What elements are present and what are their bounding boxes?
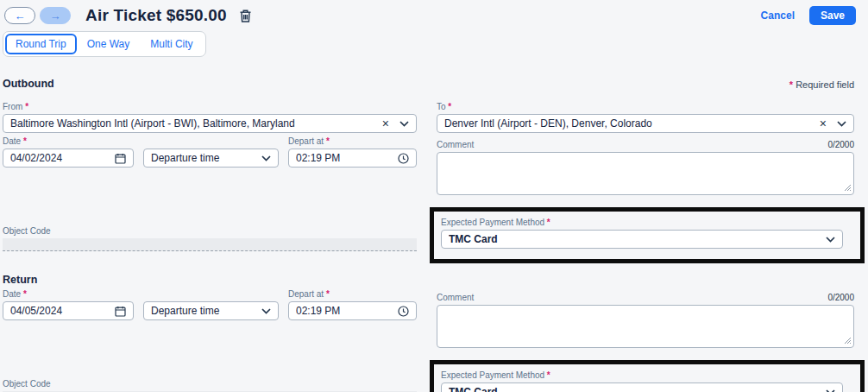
comment-counter: 0/2000 [827, 293, 854, 302]
save-button[interactable]: Save [809, 6, 856, 25]
clock-icon[interactable] [398, 153, 409, 164]
outbound-section-header: Outbound [3, 78, 417, 90]
outbound-payment-highlight-box: Expected Payment Method * TMC Card [430, 207, 865, 263]
to-field-group: To * × [437, 102, 854, 133]
comment-counter: 0/2000 [827, 140, 854, 149]
outbound-date-row: Date * Departure time [3, 136, 417, 168]
date-label: Date * [3, 289, 134, 299]
depart-at-label: Depart at * [288, 289, 417, 299]
required-asterisk: * [789, 79, 793, 90]
resize-grip-icon[interactable] [844, 337, 852, 345]
payment-value: TMC Card [449, 386, 826, 392]
return-time-type-select[interactable]: Departure time [143, 301, 279, 320]
trip-type-tabs: Round Trip One Way Multi City [3, 31, 206, 57]
from-field-group: From * × [3, 102, 417, 133]
return-comment-group: Comment 0/2000 [437, 293, 854, 348]
outbound-date-group: Date * [3, 136, 134, 168]
outbound-depart-at-group: Depart at * [288, 136, 417, 168]
chevron-down-icon[interactable] [837, 121, 846, 127]
outbound-comment-textarea[interactable] [437, 152, 854, 195]
comment-label: Comment [437, 140, 474, 149]
calendar-icon[interactable] [115, 153, 126, 164]
outbound-time-type-select[interactable]: Departure time [143, 149, 279, 168]
comment-label: Comment [437, 293, 474, 302]
back-arrow-icon: ← [15, 10, 26, 22]
trash-icon [239, 9, 252, 23]
return-payment-highlight-box: Expected Payment Method * TMC Card [430, 360, 865, 392]
outbound-comment-group: Comment 0/2000 [437, 140, 854, 195]
required-field-note: * Required field [437, 79, 854, 90]
forward-arrow-icon: → [50, 10, 61, 22]
clock-icon[interactable] [398, 306, 409, 317]
required-note-text: Required field [796, 79, 854, 90]
resize-grip-icon[interactable] [844, 184, 852, 192]
depart-at-label: Depart at * [288, 136, 417, 146]
object-code-label: Object Code [3, 226, 417, 236]
outbound-object-code-group: Object Code [3, 226, 417, 251]
from-input[interactable] [3, 114, 417, 133]
delete-button[interactable] [239, 9, 252, 23]
return-comment-textarea[interactable] [437, 305, 854, 348]
date-label: Date * [3, 136, 134, 146]
flight-form: Outbound * Required field From * × To * … [3, 78, 854, 392]
outbound-object-code-input [3, 238, 417, 251]
return-date-group: Date * [3, 289, 134, 320]
back-button[interactable]: ← [4, 7, 35, 24]
clear-icon[interactable]: × [820, 117, 827, 130]
top-bar: ← → Air Ticket $650.00 Cancel Save [0, 0, 868, 25]
return-payment-select[interactable]: TMC Card [441, 383, 843, 392]
return-section-header: Return [3, 274, 417, 286]
chevron-down-icon[interactable] [399, 121, 409, 127]
calendar-icon[interactable] [115, 306, 126, 317]
expected-payment-method-label: Expected Payment Method * [441, 218, 843, 227]
expected-payment-method-label: Expected Payment Method * [441, 370, 843, 380]
return-time-type-group: Departure time [143, 289, 279, 320]
page-title: Air Ticket $650.00 [85, 6, 227, 25]
payment-value: TMC Card [449, 233, 826, 245]
chevron-down-icon [261, 155, 271, 161]
to-input[interactable] [437, 114, 854, 133]
tab-round-trip[interactable]: Round Trip [5, 34, 77, 54]
outbound-time-type-group: Departure time [143, 136, 279, 168]
return-object-code-group: Object Code [3, 379, 417, 392]
chevron-down-icon [261, 308, 271, 314]
return-depart-at-group: Depart at * [288, 289, 417, 320]
tab-multi-city[interactable]: Multi City [140, 34, 203, 54]
forward-button[interactable]: → [40, 7, 71, 24]
outbound-payment-select[interactable]: TMC Card [441, 230, 843, 249]
to-label: To * [437, 102, 854, 111]
tab-one-way[interactable]: One Way [77, 34, 141, 54]
object-code-label: Object Code [3, 379, 417, 389]
time-type-value: Departure time [151, 305, 261, 317]
chevron-down-icon [826, 389, 835, 392]
time-type-value: Departure time [151, 152, 261, 164]
clear-icon[interactable]: × [382, 117, 389, 130]
chevron-down-icon [826, 237, 835, 243]
from-label: From * [3, 102, 417, 111]
cancel-button[interactable]: Cancel [761, 9, 795, 22]
return-date-row: Date * Departure time [3, 289, 417, 320]
